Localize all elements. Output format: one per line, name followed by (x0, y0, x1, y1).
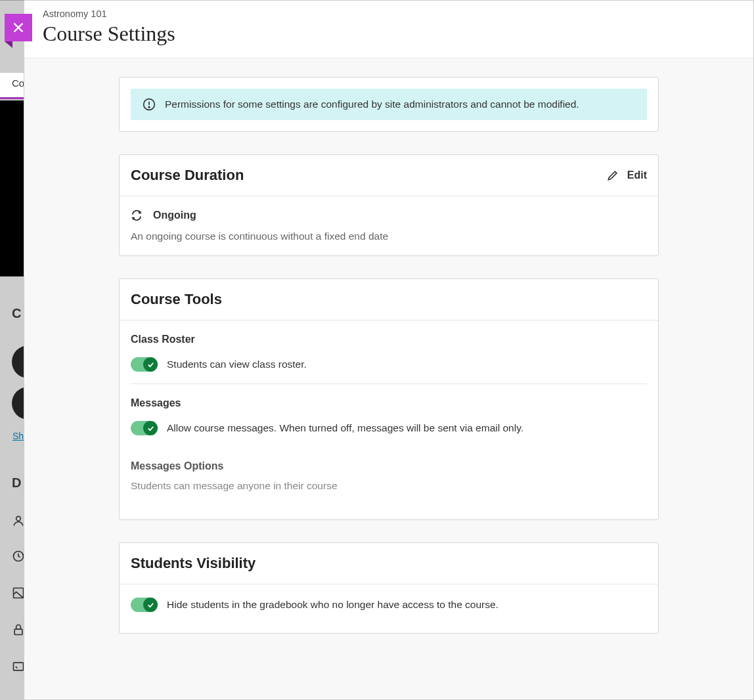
roster-heading: Class Roster (131, 334, 647, 345)
toggle-knob (143, 421, 158, 435)
svg-rect-4 (14, 663, 24, 670)
info-banner-text: Permissions for some settings are config… (165, 98, 579, 110)
messages-section: Messages Allow course messages. When tur… (120, 384, 658, 519)
refresh-icon (131, 209, 143, 221)
visibility-toggle-label: Hide students in the gradebook who no lo… (167, 599, 499, 611)
tools-header: Course Tools (120, 279, 658, 320)
breadcrumb: Astronomy 101 (43, 9, 735, 19)
panel-header: Astronomy 101 Course Settings (24, 1, 753, 58)
visibility-title: Students Visibility (131, 555, 255, 572)
edit-label: Edit (627, 169, 647, 181)
messages-options-heading: Messages Options (131, 460, 647, 472)
messages-heading: Messages (131, 397, 647, 409)
messages-toggle-row: Allow course messages. When turned off, … (131, 421, 647, 447)
edit-duration-button[interactable]: Edit (606, 169, 647, 182)
duration-status: Ongoing (131, 209, 647, 221)
lock-icon (12, 623, 25, 636)
toggle-knob (143, 598, 158, 612)
bg-banner-dark (0, 100, 25, 276)
visibility-card: Students Visibility Hide students in the… (119, 542, 659, 634)
bg-section-c: C (12, 306, 21, 321)
info-banner: Permissions for some settings are config… (131, 89, 647, 120)
duration-description: An ongoing course is continuous without … (131, 230, 647, 242)
roster-toggle-label: Students can view class roster. (167, 359, 307, 370)
messages-toggle[interactable] (131, 421, 158, 435)
page-title: Course Settings (43, 22, 735, 46)
svg-point-0 (16, 516, 21, 521)
info-card: Permissions for some settings are config… (119, 77, 659, 132)
bg-link-sh: Sh (12, 431, 24, 441)
close-button[interactable] (5, 14, 32, 41)
image-icon (12, 586, 25, 600)
settings-panel: Astronomy 101 Course Settings Permission… (24, 0, 754, 700)
duration-header: Course Duration Edit (120, 155, 658, 196)
visibility-header: Students Visibility (120, 543, 658, 584)
close-icon (11, 20, 26, 35)
roster-section: Class Roster Students can view class ros… (120, 320, 658, 384)
bg-section-d: D (12, 475, 21, 491)
toggle-knob (143, 357, 158, 372)
visibility-toggle[interactable] (131, 598, 158, 612)
duration-card: Course Duration Edit (119, 154, 659, 256)
duration-body: Ongoing An ongoing course is continuous … (120, 196, 658, 255)
check-icon (147, 602, 154, 609)
svg-point-9 (148, 106, 150, 108)
bg-tab-label: Co (12, 77, 24, 89)
alert-icon (143, 98, 156, 111)
tools-title: Course Tools (131, 291, 222, 308)
duration-status-label: Ongoing (153, 209, 196, 221)
code-icon (12, 660, 25, 673)
roster-toggle[interactable] (131, 357, 158, 372)
messages-options-desc: Students can message anyone in their cou… (131, 480, 647, 505)
clock-icon (12, 550, 25, 563)
visibility-toggle-row: Hide students in the gradebook who no lo… (131, 598, 647, 619)
messages-toggle-label: Allow course messages. When turned off, … (167, 422, 523, 434)
panel-body: Permissions for some settings are config… (24, 58, 753, 691)
svg-rect-3 (14, 629, 22, 634)
background-dim: Co C Sh D (0, 0, 25, 700)
tools-card: Course Tools Class Roster Students can v… (119, 278, 659, 520)
check-icon (147, 361, 154, 368)
visibility-section: Hide students in the gradebook who no lo… (120, 584, 658, 633)
person-icon (12, 514, 25, 527)
pencil-icon (606, 169, 619, 182)
roster-toggle-row: Students can view class roster. (131, 357, 647, 384)
check-icon (147, 425, 154, 432)
duration-title: Course Duration (131, 167, 244, 184)
